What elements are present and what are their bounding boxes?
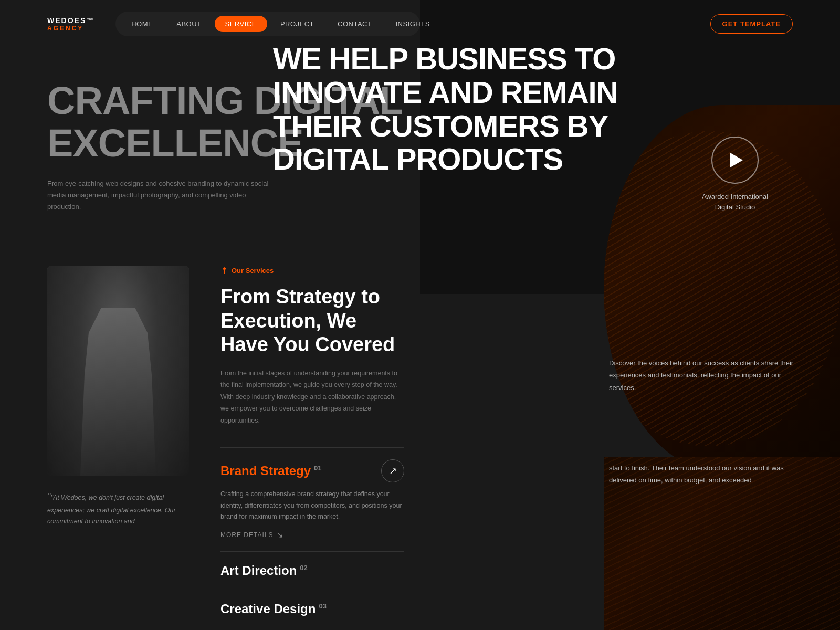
caption-line1: Awarded International <box>702 193 768 201</box>
more-details-arrow: ↘ <box>276 530 284 540</box>
nav-insights[interactable]: INSIGHTS <box>385 16 440 32</box>
hero-subtitle: From eye-catching web designs and cohesi… <box>47 178 273 213</box>
service-name-1: Brand Strategy <box>220 464 311 478</box>
nav-links: HOME ABOUT SERVICE PROJECT CONTACT INSIG… <box>116 12 420 36</box>
portrait-image <box>47 266 189 476</box>
right-testimonial-bottom: start to finish. Their team understood o… <box>609 462 808 625</box>
service-number-3: 03 <box>319 602 326 610</box>
section-heading: From Strategy to Execution, We Have You … <box>220 285 404 357</box>
get-template-button[interactable]: GET TEMPLATE <box>710 14 793 34</box>
service-item-header-3: Creative Design03 <box>220 602 404 616</box>
service-title-3[interactable]: Creative Design03 <box>220 602 327 616</box>
video-card: Awarded International Digital Studio <box>662 136 808 212</box>
video-caption: Awarded International Digital Studio <box>662 192 808 212</box>
logo[interactable]: WEDOES™ AGENCY <box>47 16 94 32</box>
service-desc-1: Crafting a comprehensive brand strategy … <box>220 489 404 522</box>
play-icon <box>730 153 743 167</box>
service-item-header-1: Brand Strategy01 ↗ <box>220 459 404 482</box>
services-left: "At Wedoes, we don't just create digital… <box>47 266 189 630</box>
nav-right: GET TEMPLATE <box>710 14 793 34</box>
more-details-link-1[interactable]: MORE DETAILS ↘ <box>220 530 404 540</box>
service-item-header-2: Art Direction02 <box>220 563 404 578</box>
nav-about[interactable]: ABOUT <box>166 16 212 32</box>
testimonial-content-bottom: start to finish. Their team understood o… <box>609 462 808 487</box>
big-headline-text: WE HELP BUSINESS TO INNOVATE AND REMAIN … <box>273 42 651 176</box>
nav-project[interactable]: PROJECT <box>270 16 324 32</box>
section-description: From the initial stages of understanding… <box>220 368 404 427</box>
service-item-art-direction: Art Direction02 <box>220 551 404 590</box>
play-button[interactable] <box>711 136 759 184</box>
nav-contact[interactable]: CONTACT <box>327 16 382 32</box>
testimonial-text-left: "At Wedoes, we don't just create digital… <box>47 489 189 527</box>
service-item-development: Development04 <box>220 628 404 630</box>
service-number-1: 01 <box>314 464 321 472</box>
testimonial-content-top: Discover the voices behind our success a… <box>609 357 808 394</box>
main-container: WE HELP BUSINESS TO INNOVATE AND REMAIN … <box>0 0 840 630</box>
service-item-creative-design: Creative Design03 <box>220 590 404 628</box>
services-right: ↗ Our Services From Strategy to Executio… <box>220 266 404 630</box>
nav-home[interactable]: HOME <box>121 16 163 32</box>
nav-service[interactable]: SERVICE <box>215 16 267 32</box>
more-details-text: MORE DETAILS <box>220 531 273 539</box>
service-name-3: Creative Design <box>220 602 316 616</box>
service-item-brand-strategy: Brand Strategy01 ↗ Crafting a comprehens… <box>220 447 404 551</box>
service-number-2: 02 <box>300 564 307 572</box>
services-section: "At Wedoes, we don't just create digital… <box>0 239 452 630</box>
section-tag: ↗ Our Services <box>220 266 404 276</box>
section-tag-label: Our Services <box>232 267 274 275</box>
service-arrow-btn-1[interactable]: ↗ <box>381 459 404 482</box>
service-title-1[interactable]: Brand Strategy01 <box>220 464 322 478</box>
navbar: WEDOES™ AGENCY HOME ABOUT SERVICE PROJEC… <box>0 0 840 48</box>
service-title-2[interactable]: Art Direction02 <box>220 563 308 578</box>
logo-bottom: AGENCY <box>47 25 94 32</box>
service-name-2: Art Direction <box>220 563 297 578</box>
logo-top: WEDOES™ <box>47 16 94 25</box>
caption-line2: Digital Studio <box>715 203 755 211</box>
arrow-icon: ↗ <box>218 265 230 277</box>
